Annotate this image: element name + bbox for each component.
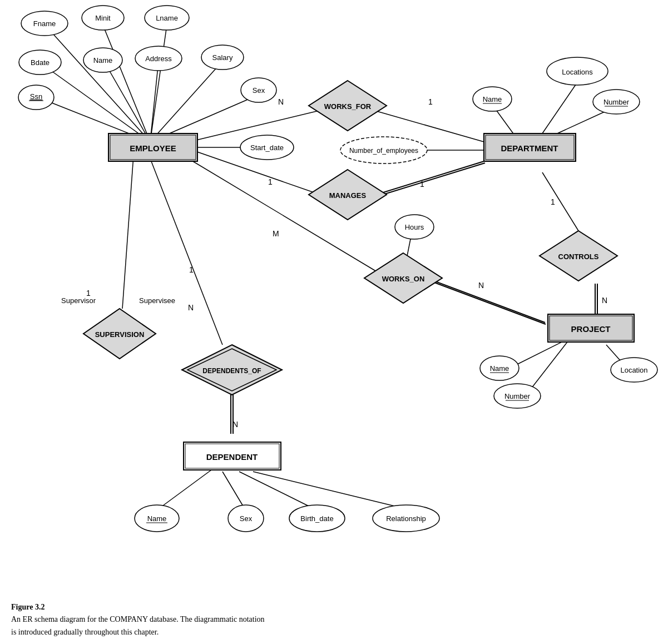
attr-fname-label: Fname [33, 19, 56, 28]
svg-line-5 [150, 61, 159, 142]
svg-line-11 [542, 81, 578, 133]
card-works-on-n: N [478, 281, 484, 290]
svg-line-27 [528, 342, 567, 392]
svg-line-1 [103, 25, 150, 142]
attr-locations-label: Locations [562, 68, 593, 76]
rel-manages-label: MANAGES [329, 191, 367, 200]
attr-dept-name-label: Name [483, 95, 502, 103]
attr-birth-date-label: Birth_date [300, 514, 333, 523]
card-manages-emp: 1 [268, 177, 273, 186]
caption-line1: An ER schema diagram for the COMPANY dat… [11, 615, 265, 623]
entity-employee-label: EMPLOYEE [130, 143, 176, 153]
er-diagram-container: EMPLOYEE DEPARTMENT PROJECT DEPENDENT WO… [0, 0, 668, 612]
rel-works-for-label: WORKS_FOR [324, 102, 372, 111]
attr-dep-name-label: Name [147, 514, 167, 523]
card-controls-1: 1 [551, 197, 555, 206]
svg-line-19 [542, 172, 578, 231]
entity-project-label: PROJECT [571, 324, 611, 334]
rel-works-on-label: WORKS_ON [382, 275, 425, 283]
attr-lname-label: Lname [156, 14, 178, 22]
card-works-for-n: N [278, 97, 284, 106]
attr-ssn-label: Ssn [30, 92, 42, 101]
svg-line-30 [150, 158, 222, 345]
svg-line-4 [105, 62, 150, 142]
caption-line2: is introduced gradually throughout this … [11, 628, 159, 636]
attr-salary-label: Salary [212, 53, 233, 62]
attr-proj-number-label: Number [504, 392, 531, 400]
rel-controls-label: CONTROLS [558, 252, 599, 261]
svg-line-0 [50, 31, 150, 142]
attr-proj-name-label: Name [490, 364, 509, 373]
label-supervisor: Supervisor [61, 296, 96, 305]
attr-dep-sex-label: Sex [240, 514, 253, 523]
svg-line-25 [434, 283, 546, 324]
attr-address-label: Address [145, 55, 172, 63]
attr-hours-label: Hours [405, 223, 424, 231]
card-manages-dept: 1 [420, 180, 424, 189]
svg-line-17 [367, 161, 484, 197]
entity-department-label: DEPARTMENT [501, 143, 558, 153]
label-supervisee: Supervisee [139, 296, 175, 305]
attr-bdate-label: Bdate [31, 58, 50, 67]
attr-dept-number-label: Number [603, 98, 630, 106]
svg-line-2 [150, 25, 167, 142]
figure-caption: Figure 3.2 An ER schema diagram for the … [11, 601, 265, 638]
rel-dependents-of-label: DEPENDENTS_OF [202, 367, 261, 375]
attr-emp-name-label: Name [93, 56, 113, 65]
attr-relationship-label: Relationship [386, 514, 426, 523]
entity-dependent-label: DEPENDENT [206, 452, 258, 462]
card-controls-n: N [602, 296, 607, 305]
attr-minit-label: Minit [95, 14, 111, 22]
svg-line-6 [150, 61, 222, 142]
rel-supervision-label: SUPERVISION [95, 330, 145, 339]
card-dep-of-n: N [232, 420, 238, 429]
svg-line-3 [42, 64, 150, 142]
er-diagram-svg: EMPLOYEE DEPARTMENT PROJECT DEPENDENT WO… [0, 0, 668, 612]
caption-title: Figure 3.2 [11, 603, 44, 611]
svg-line-24 [434, 281, 545, 323]
svg-line-34 [222, 472, 245, 509]
svg-line-33 [159, 470, 211, 509]
card-supervision-n: N [188, 303, 194, 312]
card-works-on-m: M [273, 229, 279, 238]
svg-line-10 [367, 108, 484, 142]
attr-proj-location-label: Location [620, 366, 647, 374]
attr-num-employees-label: Number_of_employees [349, 147, 418, 155]
attr-emp-sex-label: Sex [253, 86, 265, 95]
attr-start-date-label: Start_date [250, 143, 284, 152]
svg-line-29 [122, 156, 133, 309]
card-works-for-1: 1 [428, 97, 433, 106]
card-dep-of-1: 1 [189, 265, 194, 274]
